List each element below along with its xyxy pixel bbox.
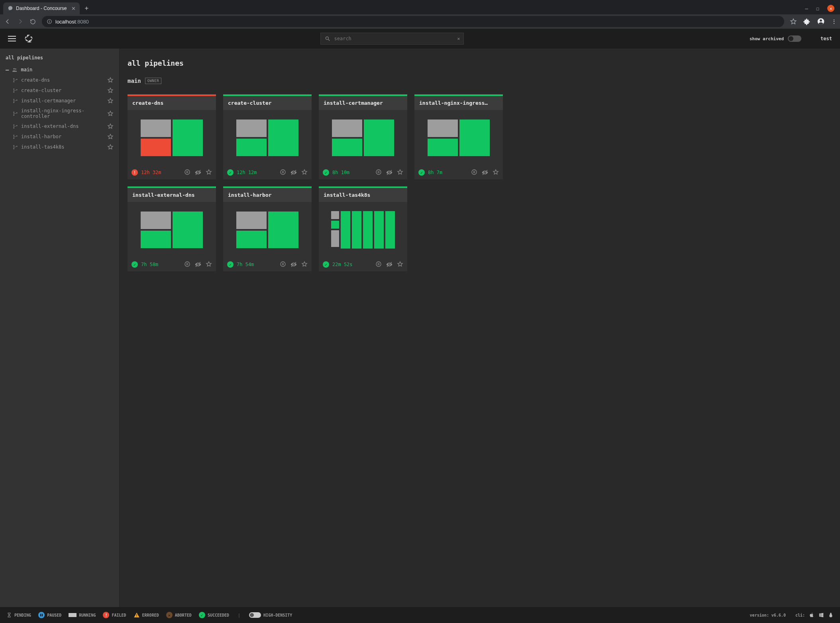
profile-icon[interactable] xyxy=(817,18,825,25)
pause-icon[interactable] xyxy=(280,261,286,268)
sidebar-item[interactable]: install-tas4k8s xyxy=(0,142,119,152)
minimize-icon[interactable]: ― xyxy=(805,6,808,12)
svg-point-25 xyxy=(13,137,14,139)
cli-label: cli: xyxy=(795,613,805,617)
svg-rect-1 xyxy=(49,21,49,23)
star-icon[interactable] xyxy=(301,169,308,176)
visibility-icon[interactable] xyxy=(290,261,297,268)
user-menu[interactable]: test xyxy=(820,36,832,41)
svg-rect-68 xyxy=(136,616,137,617)
star-bookmark-icon[interactable] xyxy=(790,18,797,25)
concourse-favicon-icon xyxy=(7,5,14,12)
star-icon[interactable] xyxy=(493,169,499,176)
team-icon xyxy=(12,67,18,72)
running-icon xyxy=(69,613,77,617)
star-icon[interactable] xyxy=(301,261,308,268)
visibility-icon[interactable] xyxy=(194,261,202,268)
hamburger-icon[interactable] xyxy=(8,36,16,41)
sidebar-item[interactable]: install-certmanager xyxy=(0,96,119,106)
clear-search-icon[interactable]: ✕ xyxy=(457,36,460,41)
reload-icon[interactable] xyxy=(29,18,36,25)
pause-icon[interactable] xyxy=(184,169,190,176)
visibility-icon[interactable] xyxy=(290,169,297,176)
close-window-icon[interactable]: ✕ xyxy=(827,5,834,12)
concourse-app: search ✕ show archived test all pipeline… xyxy=(0,29,840,623)
svg-point-30 xyxy=(185,170,190,174)
pipeline-duration: 8h 10m xyxy=(332,170,349,175)
svg-point-50 xyxy=(185,262,190,266)
sidebar-item[interactable]: create-dns xyxy=(0,75,119,85)
pause-icon[interactable] xyxy=(375,169,382,176)
search-input[interactable]: search ✕ xyxy=(320,33,464,45)
pipeline-duration: 22m 52s xyxy=(332,262,353,267)
star-icon[interactable] xyxy=(206,261,212,268)
pipeline-card[interactable]: create-dns!12h 32m xyxy=(128,94,216,179)
sidebar-item[interactable]: create-cluster xyxy=(0,85,119,96)
star-icon[interactable] xyxy=(107,123,114,129)
sidebar-item[interactable]: install-nginx-ingress-controller xyxy=(0,106,119,121)
pipeline-duration: 12h 12m xyxy=(237,170,257,175)
pause-icon[interactable] xyxy=(184,261,190,268)
new-tab-button[interactable]: + xyxy=(80,2,93,14)
forward-icon[interactable] xyxy=(17,18,24,25)
url-input[interactable]: localhost:8080 xyxy=(42,16,784,27)
sidebar-item-label: install-tas4k8s xyxy=(21,144,64,150)
sidebar-item[interactable]: install-external-dns xyxy=(0,121,119,131)
sidebar-item[interactable]: install-harbor xyxy=(0,131,119,142)
concourse-logo-icon[interactable] xyxy=(23,33,34,44)
pipeline-preview xyxy=(319,202,407,258)
star-icon[interactable] xyxy=(107,144,114,150)
legend-succeeded: ✓ SUCCEEDED xyxy=(199,612,229,618)
browser-tab[interactable]: Dashboard - Concourse ✕ xyxy=(3,2,80,14)
toggle-icon[interactable] xyxy=(788,35,801,42)
windows-icon[interactable] xyxy=(818,612,824,618)
svg-point-5 xyxy=(326,37,328,39)
pause-icon[interactable] xyxy=(280,169,286,176)
pipeline-card[interactable]: create-cluster✓12h 12m xyxy=(223,94,312,179)
pause-icon[interactable] xyxy=(375,261,382,268)
close-icon[interactable]: ✕ xyxy=(71,6,76,12)
star-icon[interactable] xyxy=(107,110,114,117)
maximize-icon[interactable]: ☐ xyxy=(816,6,819,12)
apple-icon[interactable] xyxy=(809,612,814,618)
star-icon[interactable] xyxy=(206,169,212,176)
toggle-icon[interactable] xyxy=(249,612,261,618)
visibility-icon[interactable] xyxy=(194,169,202,176)
visibility-icon[interactable] xyxy=(386,169,393,176)
star-icon[interactable] xyxy=(107,133,114,140)
browser-titlebar: Dashboard - Concourse ✕ + ― ☐ ✕ xyxy=(0,0,840,14)
sidebar-team[interactable]: — main xyxy=(0,65,119,75)
pipeline-card[interactable]: install-harbor✓7h 54m xyxy=(223,186,312,271)
pipeline-card[interactable]: install-tas4k8s✓22m 52s xyxy=(319,186,407,271)
succeeded-icon: ✓ xyxy=(199,612,205,618)
pipeline-name: install-certmanager xyxy=(319,96,407,110)
linux-icon[interactable] xyxy=(828,612,834,618)
url-host: localhost xyxy=(55,19,76,25)
show-archived-toggle[interactable]: show archived xyxy=(750,35,801,42)
status-icon: ✓ xyxy=(131,261,138,268)
legend-bar: PENDING PAUSED RUNNING ! FAILED ERROR xyxy=(0,607,840,623)
pipeline-preview xyxy=(128,110,216,166)
pause-icon[interactable] xyxy=(471,169,477,176)
star-icon[interactable] xyxy=(107,77,114,83)
star-icon[interactable] xyxy=(107,87,114,94)
pipeline-footer: !12h 32m xyxy=(128,166,216,179)
star-icon[interactable] xyxy=(107,98,114,104)
pipeline-card[interactable]: install-external-dns✓7h 58m xyxy=(128,186,216,271)
sidebar-item-label: create-dns xyxy=(21,77,50,83)
star-icon[interactable] xyxy=(397,261,403,268)
menu-icon[interactable]: ⋮ xyxy=(831,18,836,25)
page-title: all pipelines xyxy=(128,59,832,67)
star-icon[interactable] xyxy=(397,169,403,176)
high-density-toggle[interactable]: HIGH-DENSITY xyxy=(249,612,292,618)
sidebar-heading: all pipelines xyxy=(0,53,119,65)
pipeline-card[interactable]: install-certmanager✓8h 10m xyxy=(319,94,407,179)
svg-point-28 xyxy=(13,148,14,149)
back-icon[interactable] xyxy=(4,18,11,25)
visibility-icon[interactable] xyxy=(481,169,489,176)
svg-point-18 xyxy=(13,112,14,113)
svg-rect-62 xyxy=(379,263,379,265)
pipeline-card[interactable]: install-nginx-ingress…✓8h 7m xyxy=(414,94,503,179)
extensions-icon[interactable] xyxy=(803,18,811,25)
visibility-icon[interactable] xyxy=(386,261,393,268)
